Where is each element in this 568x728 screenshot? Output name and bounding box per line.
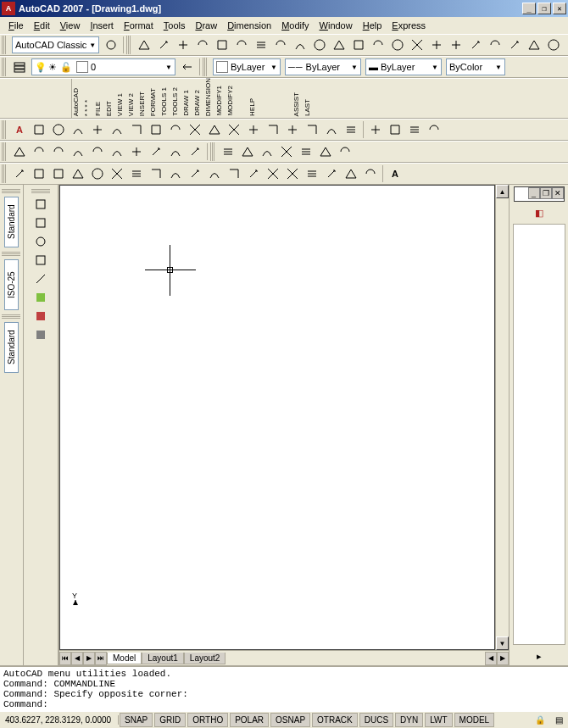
- ellipse-icon[interactable]: [186, 164, 204, 183]
- properties-icon[interactable]: [447, 36, 465, 54]
- center-mark-icon[interactable]: [283, 120, 302, 139]
- tab-next-button[interactable]: ▶: [83, 652, 95, 665]
- menu-help[interactable]: Help: [358, 19, 387, 32]
- toolbar-grip[interactable]: [203, 58, 208, 76]
- dock-grip[interactable]: [2, 251, 20, 256]
- palette-tool-button[interactable]: [31, 307, 50, 325]
- array-icon[interactable]: [88, 142, 107, 161]
- dim-linear-icon[interactable]: [30, 120, 48, 139]
- insert-block-icon[interactable]: [225, 164, 243, 183]
- palette-tool-button[interactable]: [31, 325, 50, 344]
- screen-menu-item[interactable]: FILE: [94, 101, 105, 117]
- mdi-close-button[interactable]: ✕: [552, 187, 564, 199]
- save-icon[interactable]: [174, 36, 192, 54]
- scroll-up-button[interactable]: ▲: [496, 185, 509, 198]
- status-toggle-otrack[interactable]: OTRACK: [312, 713, 358, 727]
- ellipse-arc-icon[interactable]: [205, 164, 224, 183]
- scale-icon[interactable]: [147, 142, 165, 161]
- match-properties-icon[interactable]: [310, 36, 329, 54]
- screen-menu-item[interactable]: [281, 115, 292, 117]
- screen-menu-item[interactable]: [270, 115, 281, 117]
- status-toggle-model[interactable]: MODEL: [454, 713, 495, 727]
- polygon-icon[interactable]: [69, 164, 87, 183]
- hatch-icon[interactable]: [283, 164, 302, 183]
- copy-icon[interactable]: [30, 142, 48, 161]
- erase-icon[interactable]: [10, 142, 29, 161]
- toolbar-grip[interactable]: [2, 142, 7, 161]
- screen-menu-item[interactable]: EDIT: [105, 100, 116, 117]
- revision-cloud-icon[interactable]: [147, 164, 165, 183]
- tab-layout2[interactable]: Layout2: [184, 653, 226, 664]
- layer-previous-button[interactable]: [178, 58, 197, 76]
- table-style-icon[interactable]: [405, 120, 424, 139]
- status-toggle-polar[interactable]: POLAR: [230, 713, 269, 727]
- fillet-icon[interactable]: [316, 142, 335, 161]
- mdi-minimize-button[interactable]: _: [528, 187, 540, 199]
- linetype-combo[interactable]: ── ByLayer ▼: [285, 58, 361, 75]
- quick-leader-icon[interactable]: [244, 120, 263, 139]
- color-combo[interactable]: ByLayer ▼: [213, 58, 281, 75]
- undo-icon[interactable]: [330, 36, 348, 54]
- menu-dimension[interactable]: Dimension: [222, 19, 276, 32]
- rotate-icon[interactable]: [127, 142, 146, 161]
- dim-continue-icon[interactable]: [225, 120, 243, 139]
- move-icon[interactable]: [108, 142, 126, 161]
- zoom-realtime-icon[interactable]: [388, 36, 407, 54]
- plot-icon[interactable]: [193, 36, 212, 54]
- tab-prev-button[interactable]: ◀: [71, 652, 83, 665]
- dim-radius-icon[interactable]: [108, 120, 126, 139]
- table-icon[interactable]: [342, 164, 360, 183]
- screen-menu-item[interactable]: FORMAT: [149, 87, 160, 117]
- screen-menu-item[interactable]: ASSIST: [292, 92, 303, 117]
- dim-edit-icon[interactable]: [303, 120, 321, 139]
- toolbar-grip[interactable]: [2, 164, 7, 183]
- status-toggle-grid[interactable]: GRID: [154, 713, 186, 727]
- drawing-canvas[interactable]: X Y: [59, 185, 495, 650]
- dock-grip[interactable]: [2, 314, 20, 319]
- break-at-point-icon[interactable]: [238, 142, 257, 161]
- menu-modify[interactable]: Modify: [276, 19, 314, 32]
- block-editor-icon[interactable]: [544, 36, 563, 54]
- close-button[interactable]: ✕: [553, 3, 566, 14]
- polyline-icon[interactable]: [49, 164, 68, 183]
- screen-menu-item[interactable]: [259, 115, 270, 117]
- screen-menu-item[interactable]: MODIFY1: [215, 85, 226, 117]
- break-icon[interactable]: [258, 142, 276, 161]
- screen-menu-item[interactable]: MODIFY2: [226, 85, 237, 117]
- tab-layout1[interactable]: Layout1: [142, 653, 184, 664]
- multiline-text-icon[interactable]: [361, 164, 380, 183]
- vertical-scrollbar[interactable]: ▲ ▼: [495, 185, 509, 650]
- status-toggle-osnap[interactable]: OSNAP: [270, 713, 310, 727]
- layer-combo[interactable]: 💡 ☀ 🔓 0 ▼: [31, 58, 175, 75]
- lineweight-combo[interactable]: ▬ ByLayer ▼: [365, 58, 442, 75]
- new-icon[interactable]: [135, 36, 153, 54]
- palette-tool-button[interactable]: [31, 232, 50, 251]
- join-icon[interactable]: [277, 142, 296, 161]
- menu-edit[interactable]: Edit: [29, 19, 55, 32]
- point-icon[interactable]: [264, 164, 282, 183]
- copy-icon[interactable]: [271, 36, 290, 54]
- screen-menu-item[interactable]: INSERT: [138, 91, 149, 117]
- screen-menu-item[interactable]: DRAW 2: [193, 89, 204, 117]
- plotstyle-combo[interactable]: ByColor ▼: [446, 58, 505, 75]
- clean-screen-icon[interactable]: [564, 36, 568, 54]
- gradient-icon[interactable]: [303, 164, 321, 183]
- minimize-button[interactable]: _: [522, 3, 536, 14]
- stretch-icon[interactable]: [166, 142, 185, 161]
- mdi-restore-button[interactable]: ❐: [540, 187, 552, 199]
- toolbar-grip[interactable]: [2, 36, 7, 54]
- palette-tool-button[interactable]: [31, 270, 50, 288]
- zoom-window-icon[interactable]: [408, 36, 426, 54]
- table-style-combo[interactable]: Standard: [4, 322, 19, 373]
- screen-menu-item[interactable]: * * * *: [83, 99, 94, 117]
- menu-format[interactable]: Format: [119, 19, 159, 32]
- mline-style-icon[interactable]: [425, 120, 443, 139]
- screen-menu-item[interactable]: HELP: [248, 97, 259, 117]
- statusbar-tray-icon[interactable]: ▤: [549, 711, 568, 729]
- maximize-button[interactable]: ❐: [537, 3, 551, 14]
- line-icon[interactable]: [10, 164, 29, 183]
- tab-first-button[interactable]: ⏮: [59, 652, 71, 665]
- toolbar-grip[interactable]: [126, 36, 131, 54]
- tool-palettes-icon[interactable]: [486, 36, 504, 54]
- mtext-a-icon[interactable]: A: [386, 164, 404, 183]
